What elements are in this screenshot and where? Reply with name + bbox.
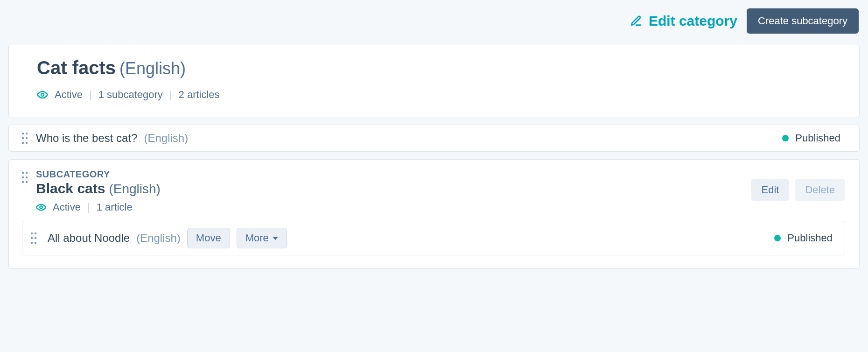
- separator: |: [169, 89, 172, 101]
- page-root: Edit category Create subcategory Cat fac…: [0, 0, 868, 295]
- category-subcategory-count: 1 subcategory: [98, 89, 163, 101]
- article-status: Published: [787, 232, 833, 244]
- create-subcategory-button[interactable]: Create subcategory: [747, 8, 859, 34]
- category-hero-card: Cat facts (English) Active | 1 subcatego…: [8, 44, 860, 117]
- status-dot-icon: [782, 135, 789, 141]
- separator: |: [87, 201, 90, 213]
- edit-subcategory-button[interactable]: Edit: [751, 179, 789, 201]
- subcategory-header-main: SUBCATEGORY Black cats (English) Active …: [36, 169, 751, 213]
- delete-subcategory-button[interactable]: Delete: [795, 179, 845, 201]
- svg-point-1: [40, 206, 42, 209]
- status-dot-icon: [774, 235, 781, 241]
- category-name: Cat facts: [37, 57, 116, 78]
- category-language: (English): [119, 59, 186, 78]
- edit-category-label: Edit category: [649, 13, 737, 29]
- subcategory-kicker: SUBCATEGORY: [36, 169, 751, 180]
- category-active-label: Active: [55, 89, 83, 101]
- subcategory-language: (English): [109, 182, 160, 197]
- subcategory-active-label: Active: [53, 201, 81, 213]
- subcategory-meta-row: Active | 1 article: [36, 201, 751, 213]
- subcategory-header: SUBCATEGORY Black cats (English) Active …: [22, 169, 845, 213]
- category-title-row: Cat facts (English): [37, 57, 840, 78]
- article-row[interactable]: Who is the best cat? (English) Published: [8, 125, 860, 152]
- subcategory-article-count: 1 article: [97, 201, 133, 213]
- separator: |: [89, 89, 92, 101]
- subcategory-card: SUBCATEGORY Black cats (English) Active …: [8, 159, 860, 269]
- chevron-down-icon: [273, 237, 278, 240]
- pencil-icon: [630, 15, 642, 27]
- subcategory-title-row: Black cats (English): [36, 181, 751, 197]
- top-actions-bar: Edit category Create subcategory: [8, 8, 860, 34]
- more-article-dropdown[interactable]: More: [237, 228, 287, 248]
- inner-article-card: All about Noodle (English) Move More Pub…: [22, 221, 845, 255]
- edit-category-link[interactable]: Edit category: [630, 13, 737, 29]
- article-row[interactable]: All about Noodle (English) Move More Pub…: [22, 221, 845, 255]
- eye-icon: [37, 89, 48, 100]
- drag-handle-icon[interactable]: [22, 133, 28, 144]
- article-language: (English): [144, 132, 188, 145]
- drag-handle-icon[interactable]: [31, 232, 36, 244]
- category-meta-row: Active | 1 subcategory | 2 articles: [37, 89, 840, 101]
- article-title: All about Noodle: [48, 232, 130, 245]
- move-article-button[interactable]: Move: [187, 228, 230, 248]
- category-article-count: 2 articles: [179, 89, 220, 101]
- subcategory-actions: Edit Delete: [751, 179, 845, 201]
- article-title: Who is the best cat?: [36, 132, 137, 145]
- article-language: (English): [136, 232, 181, 245]
- svg-point-0: [41, 93, 44, 96]
- drag-handle-icon[interactable]: [22, 172, 28, 183]
- eye-icon: [36, 202, 46, 212]
- article-status: Published: [795, 132, 840, 144]
- more-label: More: [245, 232, 269, 244]
- subcategory-name: Black cats: [36, 181, 105, 197]
